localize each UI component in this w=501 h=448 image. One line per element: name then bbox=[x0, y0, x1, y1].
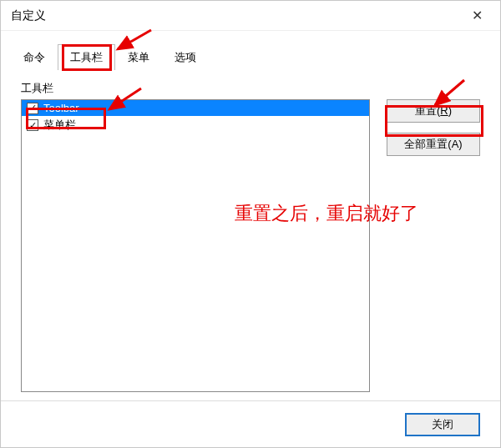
tab-commands[interactable]: 命令 bbox=[11, 44, 58, 70]
list-item-label: Toolbar bbox=[43, 102, 79, 114]
list-label: 工具栏 bbox=[21, 81, 370, 96]
checkbox-icon[interactable]: ✓ bbox=[27, 119, 38, 131]
close-icon[interactable]: ✕ bbox=[460, 4, 493, 28]
tab-toolbars[interactable]: 工具栏 bbox=[58, 44, 115, 70]
window-title: 自定义 bbox=[11, 8, 460, 23]
dialog-footer: 关闭 bbox=[1, 400, 500, 447]
toolbar-listbox[interactable]: ✓ Toolbar ✓ 菜单栏 bbox=[21, 99, 370, 392]
titlebar: 自定义 ✕ bbox=[1, 1, 500, 31]
reset-button[interactable]: 重置(R) bbox=[387, 99, 480, 123]
left-column: 工具栏 ✓ Toolbar ✓ 菜单栏 bbox=[21, 81, 370, 392]
list-item[interactable]: ✓ Toolbar bbox=[22, 100, 369, 116]
close-button[interactable]: 关闭 bbox=[405, 413, 480, 436]
list-item-label: 菜单栏 bbox=[43, 118, 76, 133]
tab-menus[interactable]: 菜单 bbox=[115, 44, 162, 70]
checkbox-icon[interactable]: ✓ bbox=[27, 103, 38, 114]
tab-options[interactable]: 选项 bbox=[162, 44, 209, 70]
right-column: 重置(R) 全部重置(A) bbox=[387, 81, 480, 392]
content-area: 工具栏 ✓ Toolbar ✓ 菜单栏 重置(R) 全部重置(A) bbox=[1, 69, 500, 400]
list-item[interactable]: ✓ 菜单栏 bbox=[22, 116, 369, 134]
reset-all-button[interactable]: 全部重置(A) bbox=[387, 133, 480, 156]
dialog-window: 自定义 ✕ 命令 工具栏 菜单 选项 工具栏 ✓ Toolbar ✓ 菜单栏 bbox=[0, 0, 501, 448]
tabstrip: 命令 工具栏 菜单 选项 bbox=[1, 31, 500, 69]
